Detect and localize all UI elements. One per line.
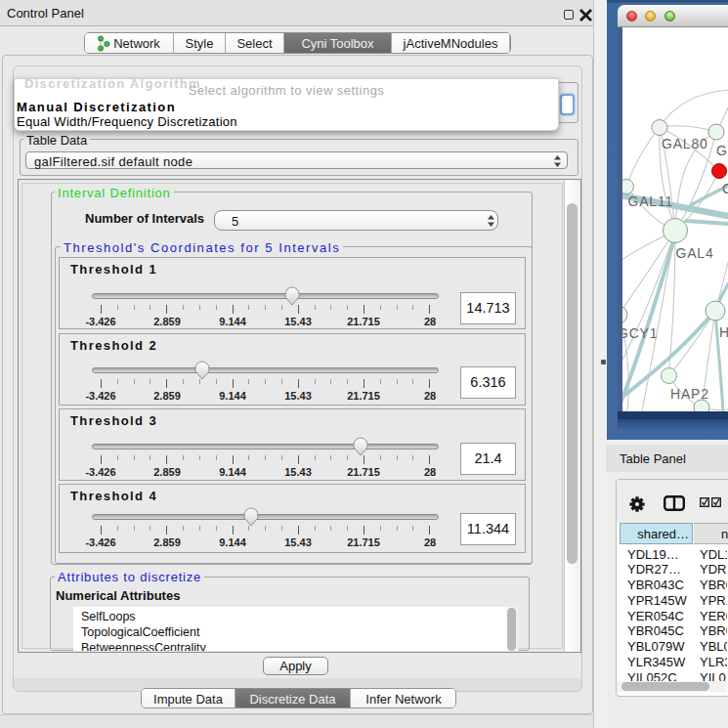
svg-text:GCY1: GCY1 [622,325,658,341]
svg-text:GAL80: GAL80 [662,136,708,151]
svg-text:GAL4: GAL4 [676,245,714,261]
svg-text:HAP2: HAP2 [670,386,709,402]
svg-text:GA: GA [716,143,728,158]
svg-text:C: C [722,181,728,196]
svg-text:H: H [719,324,728,340]
svg-text:GAL11: GAL11 [628,193,674,209]
